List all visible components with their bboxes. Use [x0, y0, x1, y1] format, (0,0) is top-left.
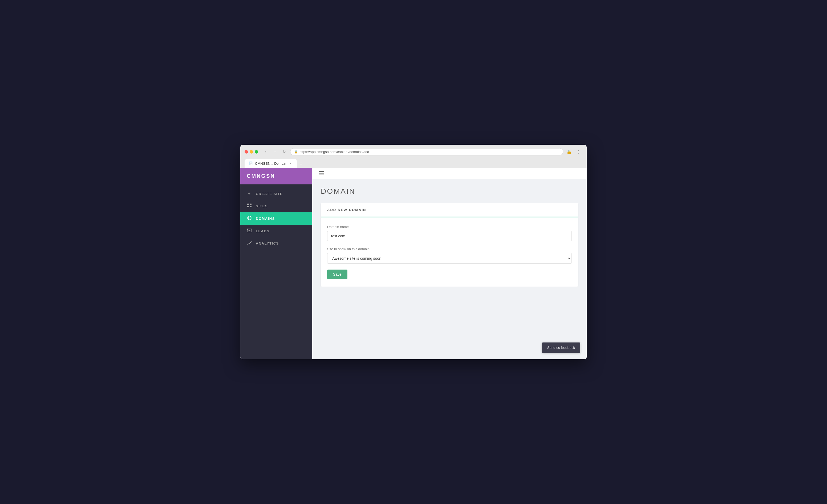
browser-nav: ← → ↻ — [262, 148, 288, 155]
active-tab[interactable]: 📄 CMNGSN :: Domain × — [245, 159, 297, 168]
tab-title: CMNGSN :: Domain — [255, 162, 286, 166]
sidebar: CMNGSN + CREATE SITE SITES — [240, 168, 312, 359]
address-bar-row: 🔒 https://app.cmngsn.com/cabinet/domains… — [290, 148, 582, 155]
close-tab-button[interactable]: × — [288, 161, 293, 166]
svg-rect-3 — [250, 206, 251, 207]
tab-favicon-icon: 📄 — [249, 162, 253, 165]
back-button[interactable]: ← — [262, 148, 270, 155]
site-select-label: Site to show on this domain — [327, 247, 572, 251]
leads-icon — [247, 229, 252, 233]
address-bar[interactable]: 🔒 https://app.cmngsn.com/cabinet/domains… — [290, 148, 563, 155]
hamburger-line-1 — [319, 171, 324, 172]
domain-name-input[interactable] — [327, 231, 572, 241]
traffic-lights — [245, 150, 258, 154]
sidebar-label-sites: SITES — [256, 204, 268, 208]
sidebar-label-analytics: ANALYTICS — [256, 241, 279, 245]
svg-rect-0 — [247, 204, 249, 205]
browser-chrome: ← → ↻ 🔒 https://app.cmngsn.com/cabinet/d… — [240, 145, 587, 168]
svg-rect-7 — [247, 229, 251, 232]
svg-rect-1 — [250, 204, 251, 205]
sidebar-item-domains[interactable]: DOMAINS — [240, 212, 312, 225]
sites-icon — [247, 204, 252, 208]
browser-controls: ← → ↻ 🔒 https://app.cmngsn.com/cabinet/d… — [245, 148, 582, 155]
sidebar-label-leads: LEADS — [256, 229, 270, 233]
card-header: ADD NEW DOMAIN — [321, 203, 578, 217]
browser-window: ← → ↻ 🔒 https://app.cmngsn.com/cabinet/d… — [240, 145, 587, 359]
browser-tabs: 📄 CMNGSN :: Domain × + — [245, 158, 582, 168]
content-area: DOMAIN ADD NEW DOMAIN Domain name Site t… — [312, 179, 587, 359]
add-domain-card: ADD NEW DOMAIN Domain name Site to show … — [321, 203, 578, 287]
new-tab-button[interactable]: + — [297, 160, 305, 168]
domain-name-group: Domain name — [327, 225, 572, 241]
plus-icon: + — [247, 191, 252, 196]
url-text: https://app.cmngsn.com/cabinet/domains/a… — [299, 150, 369, 154]
topbar — [312, 168, 587, 179]
sidebar-label-create-site: CREATE SITE — [256, 192, 283, 196]
minimize-window-button[interactable] — [250, 150, 253, 154]
sidebar-item-sites[interactable]: SITES — [240, 200, 312, 212]
sidebar-nav: + CREATE SITE SITES — [240, 184, 312, 359]
sidebar-logo: CMNGSN — [240, 168, 312, 184]
analytics-icon — [247, 241, 252, 245]
sidebar-item-create-site[interactable]: + CREATE SITE — [240, 187, 312, 200]
domain-name-label: Domain name — [327, 225, 572, 229]
feedback-button[interactable]: Send us feedback — [542, 342, 580, 353]
lock-icon: 🔒 — [294, 150, 298, 154]
site-select-group: Site to show on this domain Awesome site… — [327, 247, 572, 264]
sidebar-label-domains: DOMAINS — [256, 217, 275, 221]
refresh-button[interactable]: ↻ — [281, 148, 288, 155]
domains-icon — [247, 216, 252, 221]
close-window-button[interactable] — [245, 150, 248, 154]
sidebar-item-analytics[interactable]: ANALYTICS — [240, 237, 312, 249]
hamburger-line-2 — [319, 173, 324, 173]
svg-rect-2 — [247, 206, 249, 207]
main-content: DOMAIN ADD NEW DOMAIN Domain name Site t… — [312, 168, 587, 359]
browser-menu-button[interactable]: ⋮ — [575, 148, 582, 155]
site-select[interactable]: Awesome site is coming soon — [327, 253, 572, 264]
card-body: Domain name Site to show on this domain … — [321, 217, 578, 287]
save-button[interactable]: Save — [327, 270, 347, 279]
forward-button[interactable]: → — [272, 148, 279, 155]
sidebar-item-leads[interactable]: LEADS — [240, 225, 312, 237]
app-container: CMNGSN + CREATE SITE SITES — [240, 168, 587, 359]
hamburger-line-3 — [319, 175, 324, 175]
page-title: DOMAIN — [321, 187, 578, 195]
extensions-button[interactable]: 🔒 — [565, 148, 573, 155]
maximize-window-button[interactable] — [255, 150, 258, 154]
hamburger-menu-button[interactable] — [319, 171, 324, 175]
